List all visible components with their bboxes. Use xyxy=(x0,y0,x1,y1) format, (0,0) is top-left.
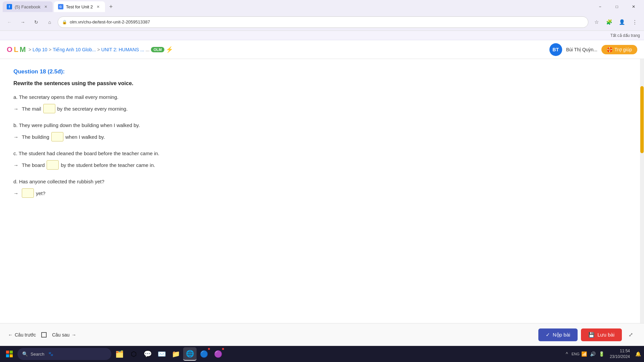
clock-date: 23/10/2024 xyxy=(610,354,630,360)
answer-box-a[interactable] xyxy=(43,104,55,113)
profile-icon[interactable]: 👤 xyxy=(616,17,627,27)
new-tab-button[interactable]: + xyxy=(106,2,116,11)
answer-box-b[interactable] xyxy=(51,132,63,141)
tray-speaker-icon[interactable]: 🔊 xyxy=(590,351,596,357)
back-button[interactable]: ← xyxy=(4,17,15,27)
forward-button[interactable]: → xyxy=(17,17,28,27)
bookmark-label: Tất cả dấu trang xyxy=(610,33,640,38)
minimize-button[interactable]: − xyxy=(592,1,608,12)
lock-icon: 🔒 xyxy=(62,20,67,24)
submit-label: Nộp bài xyxy=(553,332,570,338)
answer-box-d[interactable] xyxy=(22,188,34,198)
lang-label: ENG xyxy=(572,352,580,356)
url-input[interactable]: 🔒 olm.vn/chu-de/test-for-unit-2-20595133… xyxy=(58,16,588,28)
answer-b-part2: when I walked by. xyxy=(65,134,105,140)
breadcrumb-lop10[interactable]: Lớp 10 xyxy=(33,47,47,52)
start-button[interactable] xyxy=(3,347,16,361)
olm-l: L xyxy=(14,45,18,54)
submit-check-icon: ✓ xyxy=(546,332,550,338)
answer-box-c[interactable] xyxy=(47,160,59,170)
taskbar-search-text: Search xyxy=(31,352,44,357)
save-button[interactable]: 💾 Lưu bài xyxy=(581,328,622,341)
close-button[interactable]: ✕ xyxy=(626,1,641,12)
user-avatar: BT xyxy=(549,43,562,56)
prev-arrow-icon: ← xyxy=(8,332,13,338)
submit-button[interactable]: ✓ Nộp bài xyxy=(538,328,578,341)
taskbar: 🔍 Search 🐾 🗂️ ⬡ 💬 ✉️ 📁 🌐 🔵 🟣 ^ ENG 📶 🔊 🔋 xyxy=(0,346,644,362)
window-controls: − □ ✕ xyxy=(592,1,641,12)
breadcrumb-sep-1: > xyxy=(49,47,51,52)
taskbar-search-icon: 🔍 xyxy=(22,351,28,357)
arrow-d: → xyxy=(13,190,18,196)
address-bar: ← → ↻ ⌂ 🔒 olm.vn/chu-de/test-for-unit-2-… xyxy=(0,13,644,31)
menu-icon[interactable]: ⋮ xyxy=(629,17,640,27)
breadcrumb-unit2[interactable]: UNIT 2: HUMANS ... xyxy=(101,47,144,52)
taskbar-mail-icon[interactable]: ✉️ xyxy=(155,347,168,361)
save-icon: 💾 xyxy=(588,332,595,338)
taskbar-chrome-icon[interactable]: 🔵 xyxy=(197,347,211,361)
main-content: Question 18 (2.5đ): Rewrite the sentence… xyxy=(0,59,644,323)
expand-icon[interactable]: ⤢ xyxy=(625,329,636,340)
home-button[interactable]: ⌂ xyxy=(44,17,55,27)
lightning-icon[interactable]: ⚡ xyxy=(166,46,173,53)
question-header: Question 18 (2.5đ): xyxy=(13,68,288,75)
topbar-right: BT Bùi Thị Quỳn... 🛟 Trợ giúp xyxy=(549,43,637,56)
answer-row-b: → The building when I walked by. xyxy=(13,132,288,141)
answer-c-part1: The board xyxy=(22,162,45,168)
maximize-button[interactable]: □ xyxy=(609,1,625,12)
taskbar-search-bar[interactable]: 🔍 Search 🐾 xyxy=(17,348,111,360)
content-area: Question 18 (2.5đ): Rewrite the sentence… xyxy=(0,59,640,323)
taskbar-folder-icon[interactable]: 📁 xyxy=(169,347,182,361)
answer-a-part2: by the secretary every morning. xyxy=(57,106,128,112)
svg-rect-2 xyxy=(6,354,9,357)
extensions-icon[interactable]: 🧩 xyxy=(604,17,614,27)
help-button[interactable]: 🛟 Trợ giúp xyxy=(601,45,637,54)
question-container: Question 18 (2.5đ): Rewrite the sentence… xyxy=(0,59,302,215)
address-actions: ☆ 🧩 👤 ⋮ xyxy=(591,17,640,27)
svg-rect-3 xyxy=(10,354,13,357)
sentence-d-original: d. Has anyone collected the rubbish yet? xyxy=(13,178,288,186)
taskbar-other-icon[interactable]: 🟣 xyxy=(211,347,225,361)
test-favicon: G xyxy=(58,4,63,9)
tray-battery-icon[interactable]: 🔋 xyxy=(598,351,605,357)
breadcrumb-tieng-anh[interactable]: Tiếng Anh 10 Glob... xyxy=(53,47,96,52)
taskbar-apps-icon[interactable]: ⬡ xyxy=(127,347,140,361)
taskbar-file-explorer-icon[interactable]: 🗂️ xyxy=(113,347,126,361)
sentence-a-original: a. The secretary opens the mail every mo… xyxy=(13,93,288,101)
taskbar-chat-icon[interactable]: 💬 xyxy=(141,347,154,361)
answer-c-part2: by the student before the teacher came i… xyxy=(61,162,155,168)
olm-o: O xyxy=(7,45,12,54)
windows-icon xyxy=(6,350,13,358)
notification-icon[interactable]: 🔔 xyxy=(635,351,641,357)
next-question-link[interactable]: Câu sau → xyxy=(52,332,76,338)
tab-facebook-close[interactable]: ✕ xyxy=(43,4,49,9)
sentence-c-original: c. The student had cleaned the board bef… xyxy=(13,149,288,158)
tab-test-close[interactable]: ✕ xyxy=(96,4,101,9)
taskbar-search-dog-icon: 🐾 xyxy=(48,352,53,356)
scrollbar-track xyxy=(640,59,644,323)
question-instruction: Rewrite the sentences using the passive … xyxy=(13,80,288,86)
prev-question-link[interactable]: ← Câu trước xyxy=(8,332,36,338)
olm-logo: OLM xyxy=(7,45,26,54)
system-clock[interactable]: 11:54 23/10/2024 xyxy=(607,348,633,360)
tray-chevron-icon[interactable]: ^ xyxy=(564,351,570,357)
breadcrumb-sep-2: > xyxy=(97,47,100,52)
taskbar-edge-icon[interactable]: 🌐 xyxy=(183,347,197,361)
olm-badge: OLM xyxy=(151,47,164,52)
olm-m: M xyxy=(20,45,26,54)
bookmark-star-icon[interactable]: ☆ xyxy=(591,17,602,27)
system-tray-icons: ^ ENG 📶 🔊 🔋 xyxy=(564,351,605,357)
tray-lang-icon[interactable]: ENG xyxy=(572,351,579,357)
tab-facebook[interactable]: f (5) Facebook ✕ xyxy=(3,1,53,12)
tab-test[interactable]: G Test for Unit 2 ✕ xyxy=(54,1,105,12)
arrow-a: → xyxy=(13,106,18,112)
scrollbar-thumb[interactable] xyxy=(640,86,644,153)
breadcrumb-sep-0: > xyxy=(29,47,31,52)
question-nav-checkbox[interactable] xyxy=(41,332,47,338)
user-name: Bùi Thị Quỳn... xyxy=(566,47,597,52)
breadcrumb: > Lớp 10 > Tiếng Anh 10 Glob... > UNIT 2… xyxy=(29,46,173,53)
bookmark-bar: Tất cả dấu trang xyxy=(0,31,644,40)
answer-row-d: → yet? xyxy=(13,188,288,198)
tray-wifi-icon[interactable]: 📶 xyxy=(581,351,588,357)
refresh-button[interactable]: ↻ xyxy=(31,17,42,27)
